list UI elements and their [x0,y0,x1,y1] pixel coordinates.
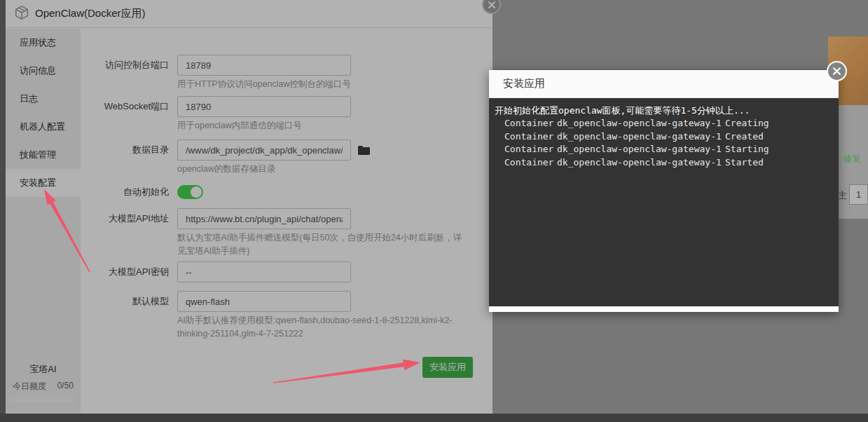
terminal-intro-line: 开始初始化配置openclaw面板,可能需要等待1-5分钟以上... [495,104,839,117]
install-modal-title: 安装应用 [503,77,545,90]
install-modal-header: 安装应用 [489,70,839,98]
terminal-row: Container dk_openclaw-openclaw-gateway-1… [495,143,839,156]
terminal-row: Container dk_openclaw-openclaw-gateway-1… [495,117,839,130]
terminal-row: Container dk_openclaw-openclaw-gateway-1… [495,156,839,170]
install-progress-modal: 安装应用 开始初始化配置openclaw面板,可能需要等待1-5分钟以上... … [489,70,839,312]
install-terminal-output: 开始初始化配置openclaw面板,可能需要等待1-5分钟以上... Conta… [489,98,839,306]
install-modal-footer [489,306,839,312]
close-install-modal-button[interactable] [827,61,847,81]
terminal-row: Container dk_openclaw-openclaw-gateway-1… [495,130,839,144]
